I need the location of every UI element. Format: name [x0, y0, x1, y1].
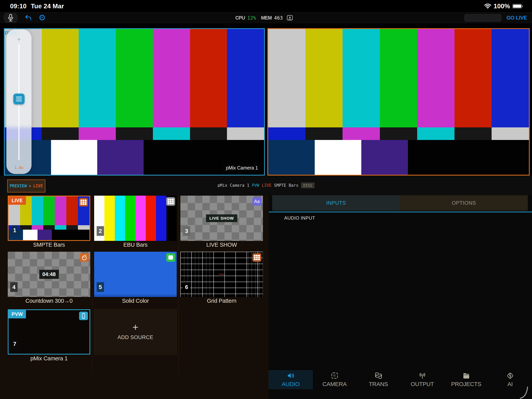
- gear-icon: ⚙: [38, 14, 46, 22]
- preview-monitor[interactable]: PVW + − 1.8x pMix Camera 1: [4, 28, 265, 176]
- source-tile-ebu-bars[interactable]: 2: [94, 196, 177, 241]
- nav-output[interactable]: OUTPUT: [400, 370, 444, 389]
- zoom-out-mark: −: [6, 156, 32, 162]
- tab-underline: [269, 211, 532, 212]
- battery-icon: [512, 4, 522, 8]
- source-label: Countdown 300→0: [8, 298, 90, 304]
- source-label: LIVE SHOW: [180, 242, 263, 248]
- cpu-label: CPU: [235, 15, 245, 21]
- countdown-time: 04:48: [39, 270, 59, 279]
- phone-camera-icon: [79, 312, 88, 320]
- source-number: 1: [11, 225, 18, 235]
- source-number: 5: [97, 282, 104, 292]
- mem-value: 463: [274, 15, 283, 21]
- source-tile-pmix-camera[interactable]: PVW 7: [8, 309, 90, 355]
- status-bar: 09:10 Tue 24 Mar 100%: [0, 0, 532, 12]
- audio-input-section-title: AUDIO INPUT: [284, 215, 315, 221]
- source-tile-live-show[interactable]: Aa LIVE SHOW 3: [180, 196, 263, 241]
- zoom-in-mark: +: [6, 36, 32, 43]
- nav-projects[interactable]: PROJECTS: [444, 370, 488, 389]
- transition-icon: [375, 372, 382, 379]
- bottom-nav: AUDIO CAMERA TRANS OUTPUT: [269, 370, 532, 389]
- stream-key-field[interactable]: [464, 14, 501, 22]
- text-title-icon: Aa: [253, 197, 261, 206]
- column-divider: [92, 195, 92, 375]
- brain-icon: [506, 372, 514, 379]
- broadcast-icon: [418, 372, 426, 379]
- program-video-smpte-bars: [268, 29, 529, 175]
- date: Tue 24 Mar: [31, 2, 64, 10]
- preview-to-live-button[interactable]: PREVIEW > LIVE: [7, 179, 45, 193]
- title-text-preview: LIVE SHOW: [206, 214, 237, 222]
- tab-inputs[interactable]: INPUTS: [272, 195, 400, 211]
- source-tile-grid-pattern[interactable]: 6: [180, 252, 263, 297]
- nav-trans[interactable]: TRANS: [356, 370, 400, 389]
- generator-icon: [79, 198, 88, 206]
- generator-icon: [253, 253, 261, 262]
- nav-camera[interactable]: CAMERA: [313, 370, 356, 389]
- folder-icon: [462, 372, 470, 379]
- pvw-tag: PVW: [252, 183, 259, 188]
- camera-zoom-slider[interactable]: + − 1.8x: [6, 29, 32, 174]
- source-number: 7: [11, 339, 18, 349]
- source-label: pMix Camera 1: [8, 355, 90, 362]
- microphone-button[interactable]: [0, 12, 21, 23]
- inspector-tabs: INPUTS OPTIONS: [272, 195, 528, 211]
- wifi-icon: [484, 3, 491, 9]
- source-number: 4: [10, 282, 18, 292]
- settings-button[interactable]: ⚙: [35, 12, 49, 23]
- source-number: 6: [183, 282, 190, 292]
- corner-gesture-curve: [520, 386, 529, 399]
- source-tile-smpte-bars[interactable]: LIVE 1: [8, 196, 90, 241]
- source-label: EBU Bars: [94, 242, 177, 248]
- cpu-value: 12%: [247, 15, 256, 21]
- battery-percent: 100%: [494, 2, 510, 10]
- mem-label: MEM: [261, 15, 272, 21]
- source-label: SMPTE Bars: [8, 242, 90, 248]
- preview-source-name: pMix Camera 1: [223, 163, 261, 172]
- source-number: 2: [97, 226, 104, 236]
- health-monitor-icon[interactable]: [287, 15, 293, 21]
- zoom-slider-handle[interactable]: [13, 94, 25, 104]
- solid-color-icon: [166, 253, 175, 262]
- system-stats: CPU 12% MEM 463: [235, 13, 293, 23]
- speaker-icon: [287, 372, 295, 379]
- zoom-level-readout: 1.8x: [6, 165, 32, 170]
- column-divider: [178, 195, 179, 375]
- live-tag: LIVE: [262, 183, 272, 188]
- source-number: 3: [183, 226, 190, 236]
- inspector-panel: INPUTS OPTIONS AUDIO INPUT AUDIO CAMERA: [269, 195, 532, 399]
- mix-status: pMix Camera 1 PVW LIVE SMPTE Bars DISS: [0, 176, 532, 195]
- add-source-button[interactable]: + ADD SOURCE: [94, 309, 177, 355]
- program-monitor[interactable]: [267, 28, 530, 176]
- camera-frame-icon: [331, 372, 338, 379]
- pvw-badge: PVW: [8, 310, 26, 318]
- source-tile-solid-color[interactable]: 5: [94, 252, 177, 297]
- plus-icon: +: [133, 323, 138, 331]
- microphone-icon: [7, 14, 14, 22]
- monitor-row: PVW + − 1.8x pMix Camera 1: [0, 28, 532, 176]
- transition-bar: pMix Camera 1 PVW LIVE SMPTE Bars DISS P…: [0, 176, 532, 195]
- sources-panel: LIVE 1 SMPTE Bars 2 EBU Bars Aa LIVE SHO…: [0, 195, 269, 399]
- preview-video-smpte-bars: PVW + − 1.8x pMix Camera 1: [5, 29, 264, 175]
- pvw-source-name: pMix Camera 1: [217, 183, 249, 188]
- source-label: Grid Pattern: [180, 298, 263, 304]
- undo-button[interactable]: [21, 12, 35, 23]
- source-label: Solid Color: [94, 298, 177, 304]
- timer-icon: [80, 253, 89, 262]
- clock: 09:10: [10, 2, 26, 10]
- live-badge: LIVE: [8, 196, 26, 205]
- generator-icon: [166, 197, 175, 206]
- go-live-button[interactable]: GO LIVE: [507, 15, 527, 21]
- nav-audio[interactable]: AUDIO: [269, 370, 313, 389]
- undo-icon: [25, 14, 32, 21]
- live-source-name: SMPTE Bars: [274, 183, 298, 188]
- source-tile-countdown[interactable]: 04:48 4: [8, 252, 90, 297]
- app-toolbar: ⚙ CPU 12% MEM 463 GO LIVE: [0, 12, 532, 23]
- tab-options[interactable]: OPTIONS: [400, 195, 528, 211]
- transition-mode-chip[interactable]: DISS: [301, 183, 315, 188]
